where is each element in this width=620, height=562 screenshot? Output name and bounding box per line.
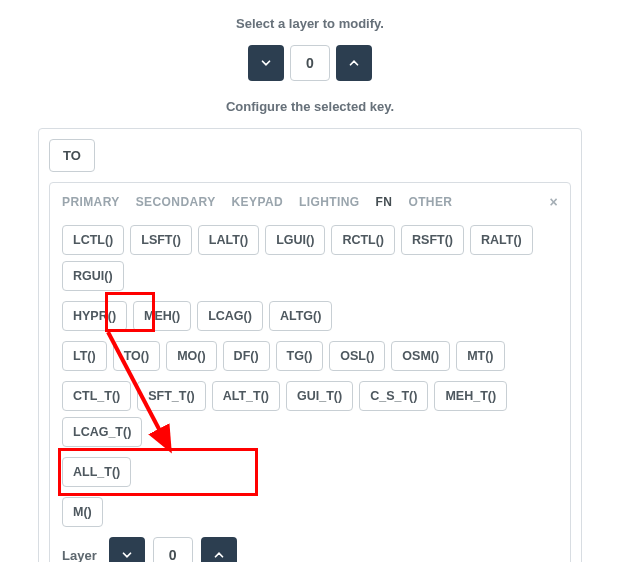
keycode-gui-t[interactable]: GUI_T() xyxy=(286,381,353,411)
close-icon[interactable]: × xyxy=(549,195,558,209)
keycode-df[interactable]: DF() xyxy=(223,341,270,371)
keycode-lcag-t[interactable]: LCAG_T() xyxy=(62,417,142,447)
keycode-lctl[interactable]: LCTL() xyxy=(62,225,124,255)
keycode-lsft[interactable]: LSFT() xyxy=(130,225,192,255)
keycode-rctl[interactable]: RCTL() xyxy=(331,225,395,255)
keycode-m[interactable]: M() xyxy=(62,497,103,527)
tab-secondary[interactable]: SECONDARY xyxy=(136,195,216,209)
keycode-alt-t[interactable]: ALT_T() xyxy=(212,381,280,411)
instruction-configure-key: Configure the selected key. xyxy=(0,99,620,114)
keycode-meh[interactable]: MEH() xyxy=(133,301,191,331)
keycode-ctl-t[interactable]: CTL_T() xyxy=(62,381,131,411)
chevron-up-icon xyxy=(212,548,226,562)
layer-select-down-button[interactable] xyxy=(248,45,284,81)
layer-param-row: Layer 0 xyxy=(62,537,558,562)
layer-select-stepper: 0 xyxy=(0,45,620,81)
keycode-ralt[interactable]: RALT() xyxy=(470,225,533,255)
selected-key-chip[interactable]: TO xyxy=(49,139,95,172)
keycode-altg[interactable]: ALTG() xyxy=(269,301,332,331)
keycode-mo[interactable]: MO() xyxy=(166,341,216,371)
keycode-rgui[interactable]: RGUI() xyxy=(62,261,124,291)
keycode-lcag[interactable]: LCAG() xyxy=(197,301,263,331)
layer-label: Layer xyxy=(62,548,97,563)
keycode-lgui[interactable]: LGUI() xyxy=(265,225,325,255)
keycode-tg[interactable]: TG() xyxy=(276,341,324,371)
keycode-picker: PRIMARY SECONDARY KEYPAD LIGHTING FN OTH… xyxy=(49,182,571,562)
keycode-row: M() xyxy=(62,497,558,527)
tab-lighting[interactable]: LIGHTING xyxy=(299,195,360,209)
keycode-row: CTL_T() SFT_T() ALT_T() GUI_T() C_S_T() … xyxy=(62,381,558,447)
key-config-panel: TO PRIMARY SECONDARY KEYPAD LIGHTING FN … xyxy=(38,128,582,562)
keycode-hypr[interactable]: HYPR() xyxy=(62,301,127,331)
keycode-mt[interactable]: MT() xyxy=(456,341,504,371)
keycode-meh-t[interactable]: MEH_T() xyxy=(434,381,507,411)
keycode-row: ALL_T() xyxy=(62,457,558,487)
keycode-to[interactable]: TO() xyxy=(113,341,160,371)
keycode-lt[interactable]: LT() xyxy=(62,341,107,371)
layer-down-button[interactable] xyxy=(109,537,145,562)
keycode-sft-t[interactable]: SFT_T() xyxy=(137,381,206,411)
keycode-row: LCTL() LSFT() LALT() LGUI() RCTL() RSFT(… xyxy=(62,225,558,291)
tab-fn[interactable]: FN xyxy=(376,195,393,209)
chevron-down-icon xyxy=(259,56,273,70)
layer-select-up-button[interactable] xyxy=(336,45,372,81)
layer-up-button[interactable] xyxy=(201,537,237,562)
tab-other[interactable]: OTHER xyxy=(408,195,452,209)
keycode-row: LT() TO() MO() DF() TG() OSL() OSM() MT(… xyxy=(62,341,558,371)
keycode-osm[interactable]: OSM() xyxy=(391,341,450,371)
keycode-all-t[interactable]: ALL_T() xyxy=(62,457,131,487)
keycode-tabs: PRIMARY SECONDARY KEYPAD LIGHTING FN OTH… xyxy=(62,195,558,209)
layer-select-value: 0 xyxy=(290,45,330,81)
tab-primary[interactable]: PRIMARY xyxy=(62,195,120,209)
keycode-lalt[interactable]: LALT() xyxy=(198,225,259,255)
chevron-down-icon xyxy=(120,548,134,562)
keycode-osl[interactable]: OSL() xyxy=(329,341,385,371)
tab-keypad[interactable]: KEYPAD xyxy=(232,195,284,209)
keycode-rsft[interactable]: RSFT() xyxy=(401,225,464,255)
chevron-up-icon xyxy=(347,56,361,70)
keycode-c-s-t[interactable]: C_S_T() xyxy=(359,381,428,411)
instruction-select-layer: Select a layer to modify. xyxy=(0,16,620,31)
layer-value: 0 xyxy=(153,537,193,562)
keycode-row: HYPR() MEH() LCAG() ALTG() xyxy=(62,301,558,331)
